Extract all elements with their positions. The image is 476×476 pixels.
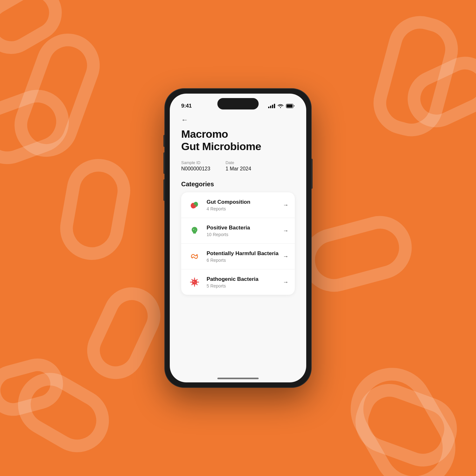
screen-content: ← Macromo Gut Microbiome Sample ID N0000… <box>170 113 306 382</box>
potentially-harmful-item[interactable]: Potentially Harmful Bacteria 6 Reports → <box>181 244 295 269</box>
gut-composition-item[interactable]: Gut Composition 4 Reports → <box>181 192 295 218</box>
potentially-harmful-arrow: → <box>283 253 288 260</box>
svg-line-16 <box>192 284 193 285</box>
positive-bacteria-name: Positive Bacteria <box>207 225 283 231</box>
potentially-harmful-name: Potentially Harmful Bacteria <box>207 250 283 257</box>
positive-bacteria-arrow: → <box>283 228 288 234</box>
page-title: Macromo Gut Microbiome <box>181 128 295 153</box>
gut-composition-name: Gut Composition <box>207 199 283 205</box>
svg-rect-1 <box>287 104 293 108</box>
gut-composition-arrow: → <box>283 202 288 208</box>
mute-button <box>163 135 165 147</box>
pathogenic-bacteria-name: Pathogenic Bacteria <box>207 276 283 282</box>
dynamic-island <box>217 98 259 109</box>
categories-card: Gut Composition 4 Reports → <box>181 192 295 295</box>
potentially-harmful-info: Potentially Harmful Bacteria 6 Reports <box>207 250 283 263</box>
status-time: 9:41 <box>181 103 192 109</box>
title-line2: Gut Microbiome <box>181 140 261 152</box>
gut-composition-info: Gut Composition 4 Reports <box>207 199 283 211</box>
svg-line-15 <box>196 280 197 281</box>
svg-line-14 <box>196 284 197 285</box>
svg-point-5 <box>193 229 194 230</box>
pathogenic-bacteria-info: Pathogenic Bacteria 5 Reports <box>207 276 283 288</box>
positive-bacteria-icon <box>188 224 202 238</box>
pathogenic-bacteria-icon <box>188 275 202 289</box>
power-button <box>311 159 313 189</box>
svg-point-18 <box>195 282 196 283</box>
title-line1: Macromo <box>181 128 228 140</box>
gut-composition-icon <box>188 198 202 212</box>
potentially-harmful-reports: 6 Reports <box>207 258 283 263</box>
svg-point-7 <box>196 254 198 255</box>
positive-bacteria-reports: 10 Reports <box>207 232 283 237</box>
svg-point-6 <box>195 230 196 231</box>
back-button[interactable]: ← <box>181 116 191 124</box>
positive-bacteria-info: Positive Bacteria 10 Reports <box>207 225 283 237</box>
svg-point-4 <box>193 204 196 208</box>
categories-title: Categories <box>181 181 295 188</box>
potentially-harmful-icon <box>188 249 202 263</box>
sample-id-field: Sample ID N000000123 <box>181 160 210 172</box>
home-indicator <box>217 378 259 379</box>
battery-icon <box>286 104 295 108</box>
pathogenic-bacteria-arrow: → <box>283 279 288 286</box>
wifi-icon <box>278 104 283 108</box>
meta-row: Sample ID N000000123 Date 1 Mar 2024 <box>181 160 295 172</box>
signal-icon <box>268 104 275 108</box>
date-field: Date 1 Mar 2024 <box>226 160 251 172</box>
svg-line-13 <box>192 280 193 281</box>
date-value: 1 Mar 2024 <box>226 166 251 171</box>
date-label: Date <box>226 160 251 165</box>
pathogenic-bacteria-reports: 5 Reports <box>207 283 283 288</box>
status-icons <box>268 104 295 108</box>
svg-point-17 <box>193 281 194 282</box>
sample-id-label: Sample ID <box>181 160 210 165</box>
phone-device: 9:41 <box>165 89 311 387</box>
phone-screen: 9:41 <box>170 94 306 382</box>
pathogenic-bacteria-item[interactable]: Pathogenic Bacteria 5 Reports → <box>181 269 295 295</box>
gut-composition-reports: 4 Reports <box>207 206 283 211</box>
positive-bacteria-item[interactable]: Positive Bacteria 10 Reports → <box>181 218 295 244</box>
volume-down-button <box>163 179 165 201</box>
sample-id-value: N000000123 <box>181 166 210 171</box>
volume-up-button <box>163 152 165 174</box>
